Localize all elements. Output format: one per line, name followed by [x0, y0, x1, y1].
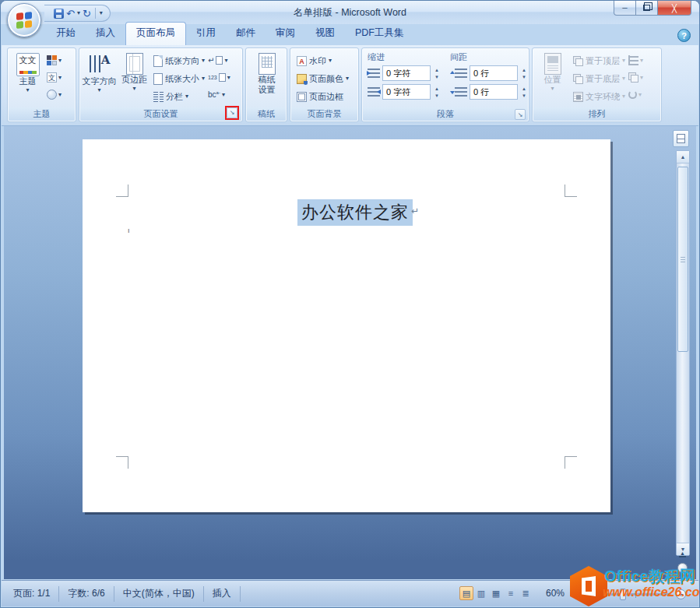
line-numbers-icon: 123	[208, 75, 217, 80]
bring-to-front-icon	[573, 56, 583, 66]
help-button[interactable]: ?	[677, 29, 691, 42]
margins-button[interactable]: 页边距 ▾	[117, 51, 152, 107]
align-button[interactable]: ▾	[627, 52, 645, 69]
position-button[interactable]: 位置 ▾	[535, 51, 570, 107]
page-borders-button[interactable]: 页面边框	[295, 88, 350, 105]
select-browse-object-button[interactable]	[677, 563, 688, 573]
paragraph-dialog-launcher[interactable]: ↘	[515, 109, 526, 120]
space-before-spinner[interactable]: ▲▼	[520, 67, 528, 80]
theme-fonts-button[interactable]: 文 ▾	[45, 69, 63, 86]
fullscreen-reading-view-button[interactable]: ▥	[474, 586, 488, 600]
paragraph-mark-icon: ↵	[411, 206, 419, 216]
tab-insert[interactable]: 插入	[86, 23, 125, 45]
scroll-up-button[interactable]: ▲	[677, 151, 689, 163]
space-before-input[interactable]	[470, 65, 518, 81]
ribbon-tab-row: 开始 插入 页面布局 引用 邮件 审阅 视图 PDF工具集	[1, 24, 699, 45]
indent-left-spinner[interactable]: ▲▼	[433, 67, 441, 80]
paragraph-group-label: 段落 ↘	[363, 107, 528, 121]
window-controls: ─ ╳	[614, 1, 691, 16]
zoom-in-button[interactable]: +	[676, 589, 686, 599]
zoom-level[interactable]: 60%	[546, 588, 565, 599]
indent-right-spinner[interactable]: ▲▼	[433, 86, 441, 99]
office-logo-icon	[16, 12, 32, 29]
group-manuscript: 稿纸设置 稿纸	[245, 47, 287, 122]
print-layout-view-button[interactable]: ▤	[459, 586, 473, 600]
office-button[interactable]	[7, 3, 41, 37]
vertical-scrollbar[interactable]: ▲ ▼	[676, 150, 690, 556]
outline-view-button[interactable]: ≡	[504, 586, 518, 600]
group-objects-icon	[628, 72, 638, 83]
hyphenation-button[interactable]: bca- ▾	[206, 86, 232, 103]
space-after-spinner[interactable]: ▲▼	[520, 86, 528, 99]
undo-dropdown[interactable]: ▾	[77, 10, 80, 16]
document-page[interactable]: 办公软件之家 ↵ ı	[83, 139, 610, 512]
word-window: 名单排版 - Microsoft Word ↶ ▾ ↻ ▾ ─ ╳ 开始 插入 …	[0, 0, 700, 608]
ruler-icon	[677, 134, 685, 143]
columns-button[interactable]: 分栏 ▾	[152, 88, 206, 105]
tab-home[interactable]: 开始	[46, 23, 86, 45]
zoom-track[interactable]	[600, 593, 671, 596]
restore-button[interactable]	[635, 1, 658, 16]
theme-colors-button[interactable]: ▾	[45, 52, 63, 69]
send-to-back-icon	[573, 74, 583, 84]
space-before-icon	[455, 69, 467, 78]
paper-size-button[interactable]: 纸张大小 ▾	[152, 70, 206, 87]
fullscreen-reading-icon: ▥	[477, 589, 485, 599]
web-layout-icon: ▦	[492, 589, 500, 599]
selected-text[interactable]: 办公软件之家	[297, 199, 413, 226]
text-direction-button[interactable]: 文字方向 ▾	[82, 51, 117, 107]
save-button[interactable]	[54, 9, 64, 19]
rotate-icon	[628, 90, 637, 99]
scrollbar-thumb[interactable]	[677, 167, 688, 352]
tab-references[interactable]: 引用	[186, 23, 226, 45]
page-setup-dialog-launcher[interactable]: ↘	[227, 107, 237, 118]
manuscript-grid-icon	[259, 53, 276, 75]
ruler-toggle-button[interactable]	[673, 130, 689, 147]
close-icon: ╳	[672, 4, 677, 12]
tab-pdf-tools[interactable]: PDF工具集	[345, 23, 414, 45]
status-word-count[interactable]: 字数: 6/6	[59, 586, 114, 602]
status-page-number[interactable]: 页面: 1/1	[5, 586, 59, 602]
watermark-button[interactable]: A 水印 ▾	[295, 52, 350, 69]
help-icon: ?	[681, 31, 687, 40]
draft-view-button[interactable]: ≣	[519, 586, 533, 600]
themes-button[interactable]: 文文 主题 ▾	[10, 51, 45, 107]
previous-page-button[interactable]: ▲	[677, 549, 688, 559]
group-objects-button[interactable]: ▾	[627, 69, 645, 86]
zoom-handle[interactable]	[620, 589, 626, 600]
status-language[interactable]: 中文(简体，中国)	[114, 586, 204, 602]
zoom-slider[interactable]: − +	[585, 589, 686, 599]
line-numbers-button[interactable]: 123 ▾	[206, 69, 232, 86]
undo-button[interactable]: ↶	[66, 9, 75, 19]
rotate-button[interactable]: ▾	[627, 86, 645, 103]
redo-button[interactable]: ↻	[83, 9, 91, 19]
close-button[interactable]: ╳	[657, 1, 691, 16]
web-layout-view-button[interactable]: ▦	[489, 586, 503, 600]
status-insert-mode[interactable]: 插入	[204, 586, 241, 602]
send-to-back-button[interactable]: 置于底层 ▾	[572, 70, 627, 87]
orientation-button[interactable]: 纸张方向 ▾	[152, 52, 206, 69]
tab-mailings[interactable]: 邮件	[226, 23, 266, 45]
customize-qat-button[interactable]: ▾	[100, 10, 103, 16]
spacing-label: 间距	[450, 51, 528, 63]
group-paragraph: 缩进 ▲▼ ▲▼	[361, 47, 529, 122]
tab-page-layout[interactable]: 页面布局	[125, 22, 186, 45]
breaks-button[interactable]: ↵ ▾	[206, 52, 232, 69]
manuscript-setup-button[interactable]: 稿纸设置	[252, 51, 283, 107]
text-wrapping-button[interactable]: 文字环绕 ▾	[572, 88, 627, 105]
annotation-red-box: ↘	[225, 106, 239, 120]
indent-label: 缩进	[368, 51, 441, 63]
bring-to-front-button[interactable]: 置于顶层 ▾	[572, 52, 627, 69]
theme-effects-button[interactable]: ▾	[45, 86, 63, 103]
paper-size-icon	[153, 73, 163, 85]
redo-icon: ↻	[83, 9, 91, 19]
tab-view[interactable]: 视图	[305, 23, 345, 45]
zoom-out-button[interactable]: −	[585, 589, 595, 599]
indent-right-input[interactable]	[382, 84, 431, 100]
page-color-button[interactable]: 页面颜色 ▾	[295, 70, 350, 87]
restore-icon	[643, 5, 650, 11]
indent-left-input[interactable]	[382, 65, 431, 81]
minimize-button[interactable]: ─	[614, 1, 636, 16]
space-after-input[interactable]	[470, 84, 518, 100]
tab-review[interactable]: 审阅	[266, 23, 305, 45]
